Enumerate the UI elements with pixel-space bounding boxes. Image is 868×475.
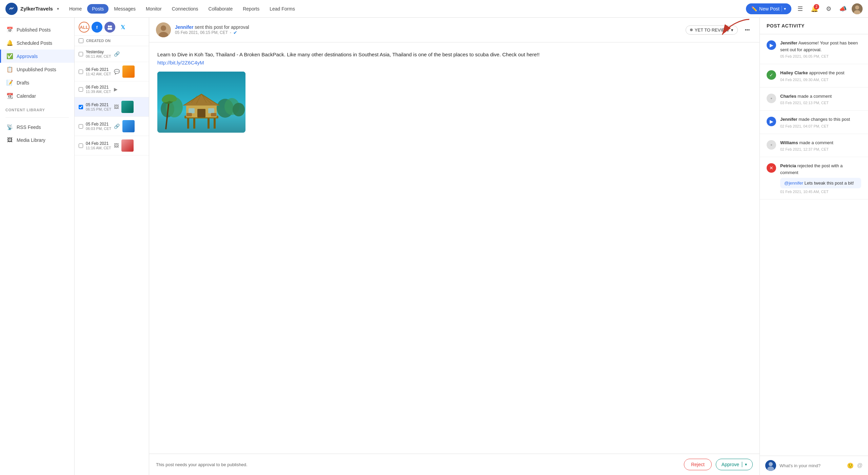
main-layout: 📅 Published Posts 🔔 Scheduled Posts ✅ Ap…	[0, 18, 868, 475]
post-row[interactable]: 06 Feb 2021 11:39 AM, CET ▶	[75, 81, 149, 97]
calendar-icon: 📆	[6, 93, 13, 99]
svg-rect-21	[187, 118, 189, 129]
activity-author: Petricia	[780, 163, 796, 168]
activity-author: Williams	[780, 140, 798, 145]
comment-mention[interactable]: @jennifer	[784, 180, 803, 186]
svg-rect-32	[197, 109, 205, 117]
svg-rect-36	[211, 113, 216, 116]
rss-icon: 📡	[6, 124, 13, 130]
nav-posts[interactable]: Posts	[87, 4, 108, 14]
activity-body: Hailey Clarke approved the post 04 Feb 2…	[780, 70, 861, 82]
approve-chevron-icon[interactable]: ▾	[745, 462, 747, 467]
activity-text: Hailey Clarke approved the post	[780, 70, 861, 76]
nav-reports[interactable]: Reports	[238, 4, 264, 14]
filter-all[interactable]: ALL	[79, 22, 90, 33]
post-row-selected[interactable]: 05 Feb 2021 06:15 PM, CET 🖼	[75, 97, 149, 117]
post-thumbnail	[122, 65, 135, 78]
approve-divider	[742, 462, 742, 467]
new-post-chevron-icon[interactable]: ▾	[784, 6, 786, 11]
sidebar-label-rss-feeds: RSS Feeds	[17, 125, 41, 130]
activity-text: Jennifer Awesome! Your post has been sen…	[780, 40, 861, 53]
nav-monitor[interactable]: Monitor	[141, 4, 166, 14]
post-checkbox[interactable]	[79, 144, 83, 148]
emoji-icon[interactable]: 🙂	[847, 462, 854, 469]
post-checkbox[interactable]	[79, 70, 83, 74]
new-post-button[interactable]: ✏️ New Post ▾	[746, 3, 791, 14]
sidebar-item-approvals[interactable]: ✅ Approvals	[0, 50, 74, 63]
sidebar-item-rss-feeds[interactable]: 📡 RSS Feeds	[0, 120, 74, 134]
drafts-icon: 📝	[6, 79, 13, 86]
nav-lead-forms[interactable]: Lead Forms	[265, 4, 300, 14]
nav-messages[interactable]: Messages	[109, 4, 140, 14]
activity-icon-check: ✓	[767, 70, 776, 80]
post-row[interactable]: 06 Feb 2021 11:42 AM, CET 💬	[75, 62, 149, 81]
sidebar-item-scheduled-posts[interactable]: 🔔 Scheduled Posts	[0, 36, 74, 50]
post-row[interactable]: 04 Feb 2021 11:16 AM, CET 🖼	[75, 136, 149, 155]
sidebar-label-media-library: Media Library	[17, 137, 45, 143]
activity-time: 03 Feb 2021, 02:13 PM, CET	[780, 101, 861, 105]
activity-body: Charles made a comment 03 Feb 2021, 02:1…	[780, 93, 861, 105]
notification-badge: 2	[814, 4, 819, 10]
svg-rect-24	[214, 118, 216, 129]
brand-logo[interactable]: ZylkerTravels ▾	[5, 3, 59, 15]
comment-input-field[interactable]	[780, 463, 844, 468]
post-date: 04 Feb 2021 11:16 AM, CET	[86, 141, 111, 150]
select-all-checkbox[interactable]	[79, 38, 83, 43]
mention-icon[interactable]: @	[857, 462, 863, 469]
reject-button[interactable]: Reject	[684, 459, 712, 470]
activity-icon-circle: ●	[767, 140, 776, 150]
ellipsis-icon: •••	[745, 27, 750, 33]
sidebar-item-published-posts[interactable]: 📅 Published Posts	[0, 23, 74, 36]
filter-facebook[interactable]: f	[92, 22, 102, 33]
filter-group[interactable]	[104, 22, 115, 33]
post-row[interactable]: Yesterday 06:11 AM, CET 🔗	[75, 46, 149, 62]
post-checkbox[interactable]	[79, 124, 83, 129]
activity-text: Williams made a comment	[780, 139, 861, 146]
post-checkbox[interactable]	[79, 87, 83, 92]
post-datetime: 05 Feb 2021, 06:15 PM, CET	[175, 30, 228, 35]
nav-connections[interactable]: Connections	[167, 4, 203, 14]
post-date: Yesterday 06:11 AM, CET	[86, 50, 111, 58]
more-options-button[interactable]: •••	[742, 24, 753, 35]
post-checkbox[interactable]	[79, 105, 83, 109]
sidebar-item-media-library[interactable]: 🖼 Media Library	[0, 134, 74, 147]
approve-button[interactable]: Approve ▾	[716, 459, 753, 470]
sidebar-item-unpublished-posts[interactable]: 📋 Unpublished Posts	[0, 63, 74, 76]
post-link[interactable]: http://bit.ly/2Z6C4yM	[157, 60, 204, 65]
post-thumbnail	[122, 120, 135, 132]
filter-twitter[interactable]: 𝕏	[117, 22, 128, 33]
nav-home[interactable]: Home	[64, 4, 86, 14]
status-badge[interactable]: YET TO REVIEW ▾	[686, 25, 738, 35]
status-chevron-icon: ▾	[731, 27, 733, 33]
activity-icon-play: ▶	[767, 40, 776, 50]
post-body: Learn to Dive in Koh Tao, Thailand - A B…	[149, 42, 760, 454]
post-row[interactable]: 05 Feb 2021 06:03 PM, CET 🔗	[75, 117, 149, 136]
sidebar: 📅 Published Posts 🔔 Scheduled Posts ✅ Ap…	[0, 18, 75, 475]
settings-button[interactable]: ⚙	[823, 3, 834, 14]
notification-button[interactable]: 🔔 2	[809, 3, 820, 14]
sidebar-label-unpublished-posts: Unpublished Posts	[17, 67, 56, 72]
menu-button[interactable]: ☰	[795, 3, 806, 14]
post-type-icon: 💬	[114, 69, 120, 74]
post-checkbox[interactable]	[79, 52, 83, 56]
activity-author: Jennifer	[780, 40, 797, 45]
activity-time: 04 Feb 2021, 09:30 AM, CET	[780, 78, 861, 82]
activity-text: Petricia rejected the post with a commen…	[780, 163, 861, 176]
sidebar-label-scheduled-posts: Scheduled Posts	[17, 40, 52, 46]
post-date: 05 Feb 2021 06:03 PM, CET	[86, 122, 111, 131]
scheduled-posts-icon: 🔔	[6, 40, 13, 46]
activity-author: Hailey Clarke	[780, 70, 808, 75]
user-avatar[interactable]	[852, 3, 863, 14]
table-header: CREATED ON	[75, 36, 149, 46]
sidebar-item-drafts[interactable]: 📝 Drafts	[0, 76, 74, 89]
col-created-on: CREATED ON	[86, 39, 111, 43]
announcements-button[interactable]: 📣	[837, 3, 848, 14]
sidebar-divider	[5, 117, 69, 118]
sidebar-item-calendar[interactable]: 📆 Calendar	[0, 89, 74, 102]
unpublished-posts-icon: 📋	[6, 66, 13, 73]
sidebar-label-published-posts: Published Posts	[17, 27, 51, 33]
brand-dropdown-icon[interactable]: ▾	[57, 6, 59, 11]
svg-rect-22	[193, 118, 195, 129]
nav-collaborate[interactable]: Collaborate	[204, 4, 238, 14]
activity-author: Jennifer	[780, 117, 797, 122]
